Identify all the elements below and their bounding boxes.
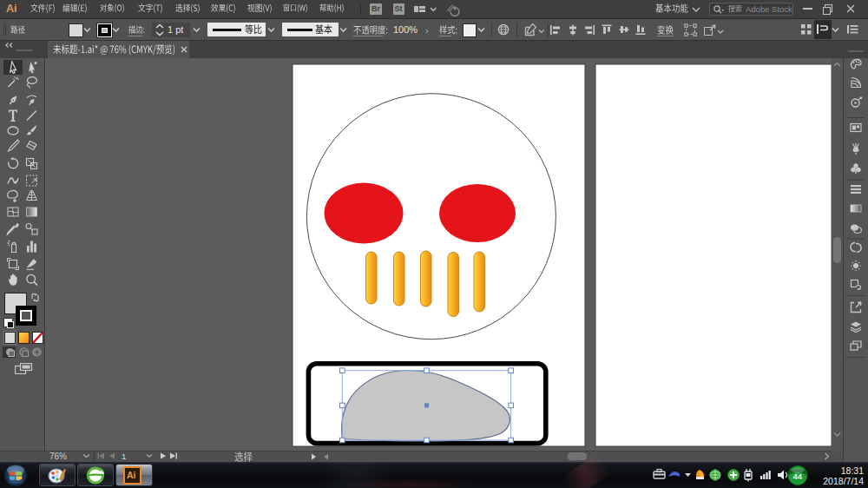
svg-text:1: 1 [122, 452, 126, 460]
